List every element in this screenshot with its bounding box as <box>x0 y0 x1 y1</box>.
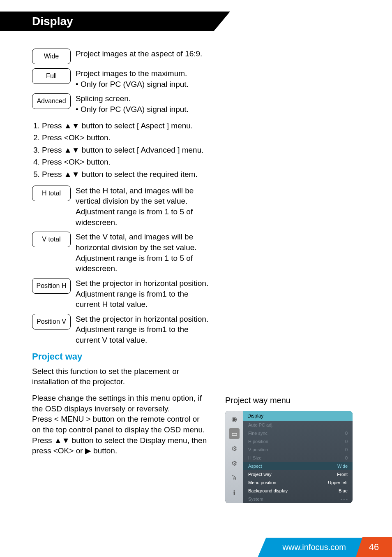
osd-item-name: Auto PC adj. <box>248 422 274 427</box>
osd-menu-item: H position0 <box>243 437 353 446</box>
osd-menu-item: System- - - <box>243 495 353 503</box>
advanced-item-posv: Position V Set the projector in horizont… <box>32 314 209 346</box>
mouse-icon: 🖱 <box>229 473 240 483</box>
osd-item-name: Background display <box>248 488 288 493</box>
menu-panel-title: Project way menu <box>225 396 365 405</box>
osd-menu-item: Menu positionUpper left <box>243 478 353 487</box>
camera-icon: ◉ <box>229 413 240 424</box>
osd-item-value: Wide <box>337 464 348 469</box>
option-desc: Project images to the maximum. • Only fo… <box>76 68 189 89</box>
option-label: Position H <box>32 278 71 294</box>
option-desc: Project images at the aspect of 16:9. <box>76 49 202 59</box>
osd-menu-item: Auto PC adj. <box>243 421 353 429</box>
osd-menu-item: H.Size0 <box>243 454 353 462</box>
gear-plus-icon: ⚙ <box>229 458 240 469</box>
display-icon: ▭ <box>229 428 240 439</box>
option-label: Wide <box>32 49 71 64</box>
option-label: H total <box>32 186 71 201</box>
osd-item-value: 0 <box>345 455 348 460</box>
step: Press <OK> button. <box>42 132 209 143</box>
osd-menu-item: V position0 <box>243 446 353 454</box>
osd-item-value: 0 <box>345 439 348 444</box>
step: Press ▲▼ button to select the required i… <box>42 169 209 180</box>
advanced-item-vtotal: V total Set the V total, and images will… <box>32 232 209 274</box>
osd-item-value: Blue <box>339 488 348 493</box>
option-label: V total <box>32 232 71 247</box>
osd-item-value: 0 <box>345 447 348 452</box>
osd-item-name: H position <box>248 439 268 444</box>
project-way-p1: Select this function to set the placemen… <box>32 366 209 387</box>
osd-item-name: Fine sync <box>248 431 267 436</box>
option-desc: Set the H total, and images will be vert… <box>76 186 209 228</box>
advanced-item-posh: Position H Set the projector in horizont… <box>32 278 209 310</box>
gear-icon: ⚙ <box>229 443 240 454</box>
step: Press <OK> button. <box>42 157 209 167</box>
osd-menu-item: Project wayFront <box>243 470 353 478</box>
option-label: Advanced <box>32 93 71 109</box>
info-icon: ℹ <box>229 487 240 498</box>
option-desc: Set the V total, and images will be hori… <box>76 232 209 274</box>
option-label: Full <box>32 68 71 84</box>
osd-item-value: Front <box>337 472 348 477</box>
aspect-option-full: Full Project images to the maximum. • On… <box>32 68 209 89</box>
osd-item-value: - - - <box>341 497 348 501</box>
project-way-p2: Please change the settings in this menu … <box>32 393 209 456</box>
option-label: Position V <box>32 314 71 330</box>
osd-menu-item: Background displayBlue <box>243 487 353 495</box>
aspect-option-wide: Wide Project images at the aspect of 16:… <box>32 49 209 64</box>
osd-item-name: V position <box>248 447 268 452</box>
project-way-title: Project way <box>32 351 209 362</box>
step: Press ▲▼ button to select [ Aspect ] men… <box>42 121 209 131</box>
advanced-item-htotal: H total Set the H total, and images will… <box>32 186 209 228</box>
osd-header: Display <box>243 411 353 421</box>
osd-item-name: Aspect <box>248 464 262 469</box>
osd-menu: ◉ ▭ ⚙ ⚙ 🖱 ℹ Display Auto PC adj.Fine syn… <box>225 411 353 503</box>
osd-item-name: System <box>248 497 263 501</box>
osd-item-name: Project way <box>248 472 272 477</box>
instruction-steps: Press ▲▼ button to select [ Aspect ] men… <box>32 121 209 180</box>
option-desc: Set the projector in horizontal position… <box>76 278 209 310</box>
osd-item-value: Upper left <box>328 480 348 485</box>
osd-icon-column: ◉ ▭ ⚙ ⚙ 🖱 ℹ <box>225 411 243 503</box>
osd-item-name: Menu position <box>248 480 277 485</box>
osd-menu-item: Fine sync0 <box>243 429 353 437</box>
osd-item-name: H.Size <box>248 455 261 460</box>
osd-menu-item: AspectWide <box>243 462 353 470</box>
section-header: Display <box>0 12 214 31</box>
step: Press ▲▼ button to select [ Advanced ] m… <box>42 145 209 155</box>
aspect-option-advanced: Advanced Splicing screen. • Only for PC … <box>32 93 209 114</box>
option-desc: Splicing screen. • Only for PC (VGA) sig… <box>76 93 189 114</box>
osd-item-value: 0 <box>345 431 348 436</box>
footer-url: www.infocus.com <box>258 538 363 557</box>
option-desc: Set the projector in horizontal position… <box>76 314 209 346</box>
